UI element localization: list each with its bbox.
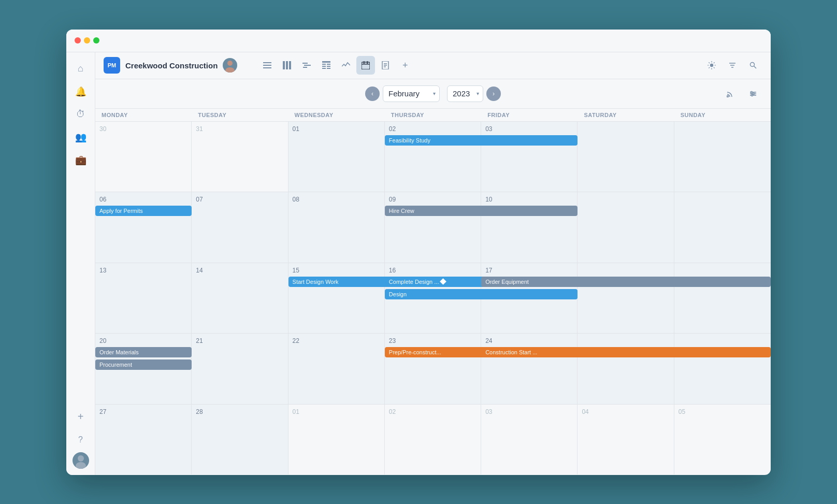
day-cell-13[interactable]: 13 — [95, 263, 192, 334]
day-cell-sat2[interactable] — [578, 192, 674, 263]
svg-rect-15 — [327, 64, 330, 65]
day-cell-m05[interactable]: 05 — [674, 405, 771, 475]
day-cell-30[interactable]: 30 — [95, 122, 192, 192]
day-cell-06[interactable]: 06 — [95, 192, 192, 263]
svg-rect-11 — [304, 65, 311, 66]
week-row-1: 30 31 01 02 03 Feasibility Study — [95, 122, 771, 193]
activity-view-button[interactable] — [337, 56, 355, 75]
sidebar-item-recents[interactable]: ⏱ — [70, 104, 91, 125]
table-view-button[interactable] — [317, 56, 336, 75]
svg-point-40 — [752, 94, 753, 96]
day-cell-10[interactable]: 10 — [481, 192, 578, 263]
week-row-3: 13 14 15 16 17 Start Design Work Com — [95, 263, 771, 334]
search-button[interactable] — [744, 56, 762, 75]
sidebar: ⌂ 🔔 ⏱ 👥 💼 + ? — [66, 52, 95, 475]
order-materials-event[interactable]: Order Materials — [95, 347, 192, 357]
day-cell-09[interactable]: 09 — [385, 192, 481, 263]
svg-point-0 — [78, 455, 84, 462]
day-cell-22[interactable]: 22 — [288, 334, 385, 404]
year-select[interactable]: 2022 2023 2024 — [447, 85, 483, 102]
sidebar-item-home[interactable]: ⌂ — [70, 59, 91, 79]
order-equipment-event[interactable]: Order Equipment — [481, 277, 771, 287]
sidebar-add-button[interactable]: + — [70, 407, 91, 427]
design-event[interactable]: Design — [385, 289, 578, 299]
svg-rect-13 — [322, 61, 330, 63]
calendar-view-button[interactable] — [356, 56, 375, 75]
close-button[interactable] — [75, 37, 81, 44]
next-month-button[interactable]: › — [486, 87, 501, 101]
day-cell-m02[interactable]: 02 — [385, 405, 481, 475]
svg-rect-16 — [322, 66, 326, 67]
maximize-button[interactable] — [93, 37, 99, 44]
day-cell-07[interactable]: 07 — [192, 192, 288, 263]
svg-point-38 — [751, 91, 753, 93]
day-cell-sat4[interactable] — [578, 334, 674, 404]
day-cell-sun1[interactable] — [674, 122, 771, 192]
week-row-2: 06 07 08 09 10 Apply for Permits Hir — [95, 192, 771, 263]
procurement-event[interactable]: Procurement — [95, 359, 192, 370]
user-avatar[interactable] — [223, 58, 237, 73]
day-cell-m04[interactable]: 04 — [578, 405, 674, 475]
day-cell-31[interactable]: 31 — [192, 122, 288, 192]
feasibility-study-event[interactable]: Feasibility Study — [385, 135, 578, 146]
day-header-saturday: SATURDAY — [578, 109, 674, 121]
svg-rect-6 — [263, 67, 271, 68]
day-cell-01[interactable]: 01 — [288, 122, 385, 192]
day-cell-sun4[interactable] — [674, 334, 771, 404]
sidebar-item-team[interactable]: 👥 — [70, 127, 91, 148]
day-cell-23[interactable]: 23 — [385, 334, 481, 404]
construction-start-event[interactable]: Construction Start ... — [481, 347, 771, 357]
prev-month-button[interactable]: ‹ — [365, 87, 380, 101]
sidebar-item-portfolio[interactable]: 💼 — [70, 150, 91, 170]
month-select[interactable]: January February March April May June Ju… — [383, 85, 440, 102]
day-cell-14[interactable]: 14 — [192, 263, 288, 334]
day-cell-15[interactable]: 15 — [288, 263, 385, 334]
apply-permits-event[interactable]: Apply for Permits — [95, 206, 192, 216]
calendar-body: MONDAY TUESDAY WEDNESDAY THURSDAY FRIDAY… — [95, 109, 771, 475]
sidebar-help-button[interactable]: ? — [70, 429, 91, 450]
hire-crew-event[interactable]: Hire Crew — [385, 206, 578, 216]
app-window: ⌂ 🔔 ⏱ 👥 💼 + ? PM Creekwood Construction — [66, 30, 771, 475]
settings-button[interactable] — [744, 84, 762, 103]
filter-button[interactable] — [723, 56, 742, 75]
svg-rect-12 — [303, 67, 307, 68]
svg-point-3 — [225, 67, 235, 73]
day-cell-m01[interactable]: 01 — [288, 405, 385, 475]
day-header-wednesday: WEDNESDAY — [288, 109, 385, 121]
svg-rect-7 — [283, 61, 285, 69]
sidebar-user-avatar[interactable] — [73, 452, 89, 469]
day-cell-sat3[interactable] — [578, 263, 674, 334]
svg-rect-9 — [289, 61, 291, 69]
svg-rect-10 — [302, 63, 308, 64]
svg-point-34 — [727, 95, 729, 97]
day-cell-m03[interactable]: 03 — [481, 405, 578, 475]
view-options-button[interactable] — [702, 56, 721, 75]
day-cell-21[interactable]: 21 — [192, 334, 288, 404]
top-bar: PM Creekwood Construction — [95, 52, 771, 79]
minimize-button[interactable] — [84, 37, 90, 44]
add-view-button[interactable]: + — [396, 56, 414, 75]
svg-rect-17 — [327, 66, 330, 67]
content-area: PM Creekwood Construction — [95, 52, 771, 475]
day-cell-27[interactable]: 27 — [95, 405, 192, 475]
day-cell-sun2[interactable] — [674, 192, 771, 263]
day-cell-sat1[interactable] — [578, 122, 674, 192]
timeline-view-button[interactable] — [297, 56, 316, 75]
feed-button[interactable] — [721, 84, 740, 103]
board-view-button[interactable] — [278, 56, 296, 75]
day-cell-02[interactable]: 02 — [385, 122, 481, 192]
calendar-header: ‹ January February March April May June … — [95, 79, 771, 109]
day-cell-03[interactable]: 03 — [481, 122, 578, 192]
svg-rect-23 — [367, 61, 368, 64]
titlebar — [66, 30, 771, 52]
day-cell-24[interactable]: 24 — [481, 334, 578, 404]
sidebar-item-notifications[interactable]: 🔔 — [70, 81, 91, 102]
svg-rect-21 — [362, 64, 370, 65]
day-cell-08[interactable]: 08 — [288, 192, 385, 263]
day-header-friday: FRIDAY — [481, 109, 578, 121]
docs-view-button[interactable] — [376, 56, 395, 75]
day-cell-sun3[interactable] — [674, 263, 771, 334]
day-cell-28[interactable]: 28 — [192, 405, 288, 475]
day-header-monday: MONDAY — [95, 109, 192, 121]
list-view-button[interactable] — [258, 56, 277, 75]
